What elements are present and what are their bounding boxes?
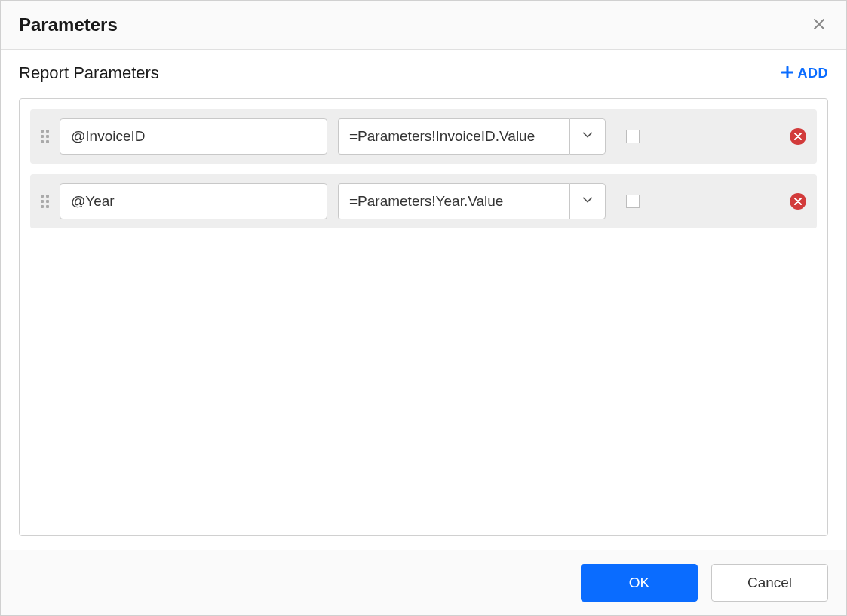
drag-handle-icon[interactable] — [41, 195, 49, 208]
parameter-value-input[interactable] — [338, 183, 569, 219]
checkbox-wrap — [616, 130, 649, 143]
delete-button[interactable] — [790, 128, 806, 145]
ok-button[interactable]: OK — [581, 564, 698, 602]
value-dropdown-button[interactable] — [569, 183, 606, 219]
chevron-down-icon — [582, 195, 593, 208]
dialog-body: Report Parameters ADD — [1, 50, 846, 550]
dialog-footer: OK Cancel — [1, 550, 846, 615]
dialog-header: Parameters — [1, 1, 846, 50]
value-dropdown-button[interactable] — [569, 118, 606, 155]
parameter-row — [30, 109, 817, 164]
parameters-dialog: Parameters Report Parameters ADD — [0, 0, 847, 616]
delete-button[interactable] — [790, 193, 806, 210]
chevron-down-icon — [582, 130, 593, 143]
drag-handle-icon[interactable] — [41, 130, 49, 143]
cancel-button[interactable]: Cancel — [711, 564, 828, 602]
parameter-row — [30, 174, 817, 228]
parameter-checkbox[interactable] — [626, 130, 640, 143]
plus-icon — [781, 65, 793, 82]
section-title: Report Parameters — [19, 63, 159, 83]
checkbox-wrap — [616, 195, 649, 208]
section-header: Report Parameters ADD — [19, 63, 828, 83]
parameter-checkbox[interactable] — [626, 195, 640, 208]
parameter-value-input[interactable] — [338, 118, 569, 155]
delete-icon — [794, 195, 802, 208]
close-button[interactable] — [810, 16, 828, 34]
parameters-list — [19, 98, 828, 536]
parameter-value-wrapper — [338, 118, 606, 155]
parameter-name-input[interactable] — [60, 183, 327, 219]
add-label: ADD — [798, 66, 829, 81]
parameter-name-input[interactable] — [60, 118, 327, 155]
delete-icon — [794, 130, 802, 143]
add-button[interactable]: ADD — [781, 65, 829, 82]
parameter-value-wrapper — [338, 183, 606, 219]
close-icon — [813, 15, 825, 35]
dialog-title: Parameters — [19, 14, 118, 35]
